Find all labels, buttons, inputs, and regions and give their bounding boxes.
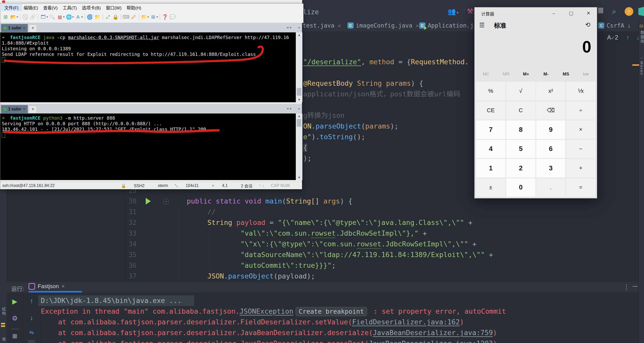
create-breakpoint-chip[interactable]: Create breakpoint (296, 307, 367, 316)
close-icon[interactable]: × (416, 22, 419, 29)
down-stack-icon[interactable]: ↓ (23, 314, 40, 322)
maximize-button[interactable]: ▢ (565, 9, 577, 17)
toolbar-dropdown-icon[interactable]: ▾ (81, 15, 83, 19)
session-nav-icons[interactable]: ↑ ↓ (259, 183, 264, 188)
menu-item-6[interactable]: 帮助(H) (124, 4, 144, 11)
resize-grip-icon[interactable]: ⋱ (296, 183, 300, 188)
calc-key-6[interactable]: 6 (536, 140, 566, 158)
calc-key-−[interactable]: − (566, 140, 595, 158)
users-icon[interactable]: 👥 ▾ (448, 8, 459, 16)
memory-key-M-[interactable]: M- (536, 72, 556, 80)
favorites-icon[interactable] (1, 323, 5, 324)
calc-key-%[interactable]: % (476, 82, 505, 100)
new-tab-button[interactable]: + (29, 106, 37, 113)
toolbar-dropdown-icon[interactable]: ▾ (156, 15, 158, 19)
toolbar-icon-22[interactable]: ⊞ (149, 14, 157, 20)
close-icon[interactable]: × (61, 283, 65, 290)
toolbar-icon-19[interactable]: 🖉 (130, 14, 138, 20)
calc-key-±[interactable]: ± (476, 178, 505, 197)
pink-tool-icon[interactable]: ⌵ (640, 55, 643, 60)
calc-key-8[interactable]: 8 (506, 120, 535, 139)
toolbar-icon-24[interactable]: ❓ (161, 14, 169, 20)
up-stack-icon[interactable]: ↑ (23, 297, 40, 305)
stack-link[interactable]: JavaBeanDeserializer.java:1203 (369, 339, 493, 343)
toolbar-icon-1[interactable]: 📂 (9, 14, 17, 20)
calc-key-⅟x[interactable]: ⅟x (566, 82, 595, 100)
maven-stripe-label[interactable]: Maven (640, 61, 644, 75)
close-icon[interactable]: × (338, 22, 341, 29)
tab-list-icon[interactable]: ▾ (298, 107, 300, 111)
menu-item-5[interactable]: 窗口(W) (103, 4, 124, 11)
calc-key-1[interactable]: 1 (476, 159, 505, 177)
tab-scroll-icons[interactable]: ◂▸ (287, 25, 293, 29)
terminal2[interactable]: ➜ fastjsonRCE python3 -m http.server 888… (0, 113, 296, 180)
calc-key-+[interactable]: + (566, 159, 595, 177)
exception-link[interactable]: JSONException (239, 307, 293, 315)
calc-key-×[interactable]: × (566, 120, 595, 139)
menu-item-2[interactable]: 查看(V) (41, 4, 60, 11)
favorites-stripe-label[interactable]: 收 (1, 337, 6, 341)
minimize-button[interactable]: – (548, 9, 560, 17)
toolbar-dropdown-icon[interactable]: ▾ (147, 15, 149, 19)
tab-scroll-icons[interactable]: ◂▸ (287, 106, 293, 110)
stack-link[interactable]: JavaBeanDeserializer.java:759 (373, 329, 493, 337)
scroll-to-end-icon[interactable] (28, 340, 35, 343)
calc-key-CE[interactable]: CE (476, 101, 505, 120)
calc-key-5[interactable]: 5 (506, 140, 535, 158)
toolbar-icon-0[interactable]: ⊞ (2, 14, 9, 20)
terminal2-scrollbar[interactable]: ▲ ▼ (296, 113, 302, 180)
new-tab-button[interactable]: + (29, 24, 37, 32)
calc-key-÷[interactable]: ÷ (566, 101, 595, 120)
calculator-mode-label[interactable]: 标准 (494, 21, 506, 30)
stop-icon[interactable]: ◼ (7, 332, 23, 340)
close-icon[interactable]: × (23, 26, 25, 30)
toolbar-icon-7[interactable]: 🔍 (48, 14, 56, 20)
terminal1[interactable]: ➜ fastjsonRCE java -cp marshalsec-0.0.3-… (0, 32, 296, 102)
minimize-panel-icon[interactable]: ─ (633, 282, 637, 290)
calc-key-7[interactable]: 7 (476, 120, 505, 139)
toolbar-icon-25[interactable]: 💬 (169, 14, 177, 20)
fold-icon[interactable]: − (164, 199, 169, 204)
calc-key-C[interactable]: C (506, 101, 535, 120)
terminal1-scrollbar[interactable]: ▲ ▼ (296, 32, 302, 102)
calc-key-.[interactable]: . (536, 178, 566, 197)
calc-key-3[interactable]: 3 (536, 159, 566, 177)
calc-key-⌫[interactable]: ⌫ (536, 101, 566, 120)
toolbar-dropdown-icon[interactable]: ▾ (17, 15, 18, 19)
tab-imageconfig-java[interactable]: C imageConfig.java × (347, 19, 419, 32)
menu-item-4[interactable]: 选项卡(B) (79, 4, 103, 11)
menu-item-0[interactable]: 文件(F) (2, 4, 21, 11)
update-icon[interactable]: ↑ (625, 7, 633, 16)
inspections-widget[interactable]: 1 A✓2 ↑ ↓ (594, 34, 639, 41)
tab-test-java[interactable]: test.java × (303, 19, 341, 32)
menu-hamburger-icon[interactable]: ☰ (479, 22, 485, 29)
toolbar-icon-9[interactable]: 🌐 (65, 14, 73, 20)
close-icon[interactable]: × (23, 107, 25, 111)
toolbar-icon-6[interactable]: 🗔 (39, 14, 47, 20)
memory-key-MS[interactable]: MS (556, 72, 576, 80)
toolbar-icon-12[interactable]: 🌀 (86, 14, 94, 20)
terminal2-tab[interactable]: 1 subv × (1, 105, 28, 113)
prev-issue-icon[interactable]: ↑ (626, 34, 629, 41)
toolbar-icon-21[interactable]: 📁 (140, 14, 148, 20)
build-hammer-icon[interactable]: ⚒ (467, 7, 473, 15)
terminal1-tab[interactable]: 1 subv × (1, 24, 28, 32)
toolbar-icon-16[interactable]: 🔒 (112, 14, 119, 20)
menu-item-1[interactable]: 编辑(E) (21, 4, 41, 11)
calc-key-2[interactable]: 2 (506, 159, 535, 177)
toolbar-dropdown-icon[interactable]: ▾ (63, 15, 65, 19)
toolbar-icon-13[interactable]: 📁 (94, 14, 101, 20)
calc-key-4[interactable]: 4 (476, 140, 505, 158)
toolbar-icon-3[interactable]: 🚫 (21, 14, 29, 20)
calc-key-9[interactable]: 9 (536, 120, 566, 139)
toolbar-icon-10[interactable]: A (74, 14, 82, 20)
toolbar-dropdown-icon[interactable]: ▾ (47, 15, 48, 19)
history-icon[interactable]: ⟲ (585, 21, 590, 28)
chevron-down-icon[interactable]: ↓ (627, 21, 631, 29)
tab-csrf[interactable]: C CsrfA (598, 19, 624, 32)
run-gutter-icon[interactable] (146, 198, 151, 205)
tab-list-icon[interactable]: ▾ (298, 26, 300, 30)
menu-item-3[interactable]: 工具(T) (60, 4, 79, 11)
run-tab-fastjson[interactable]: Fastjson × (29, 283, 65, 290)
soft-wrap-icon[interactable]: ⇋ (23, 329, 40, 336)
